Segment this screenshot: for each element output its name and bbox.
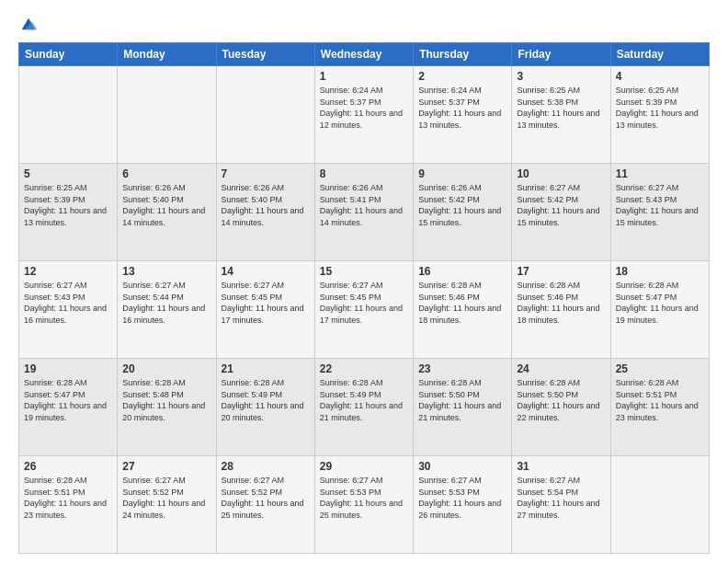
day-number: 6 (122, 167, 210, 180)
calendar-cell: 16Sunrise: 6:28 AMSunset: 5:46 PMDayligh… (414, 261, 512, 359)
day-info: Sunrise: 6:27 AMSunset: 5:43 PMDaylight:… (616, 182, 704, 228)
calendar-week-row: 12Sunrise: 6:27 AMSunset: 5:43 PMDayligh… (19, 261, 710, 359)
day-number: 10 (517, 167, 605, 180)
calendar-table: SundayMondayTuesdayWednesdayThursdayFrid… (18, 42, 710, 554)
day-number: 16 (418, 265, 506, 278)
calendar-cell: 30Sunrise: 6:27 AMSunset: 5:53 PMDayligh… (414, 456, 512, 554)
day-number: 15 (320, 265, 408, 278)
day-number: 24 (517, 362, 605, 375)
day-number: 1 (320, 70, 408, 83)
weekday-header-wednesday: Wednesday (314, 43, 413, 66)
day-number: 19 (24, 362, 112, 375)
day-number: 8 (320, 167, 408, 180)
day-info: Sunrise: 6:25 AMSunset: 5:38 PMDaylight:… (517, 85, 605, 131)
day-info: Sunrise: 6:26 AMSunset: 5:40 PMDaylight:… (222, 182, 310, 228)
day-number: 27 (122, 460, 210, 473)
day-info: Sunrise: 6:27 AMSunset: 5:53 PMDaylight:… (320, 475, 408, 521)
calendar-cell: 12Sunrise: 6:27 AMSunset: 5:43 PMDayligh… (19, 261, 118, 359)
calendar-cell (19, 66, 118, 164)
day-number: 3 (517, 70, 605, 83)
day-number: 26 (24, 460, 112, 473)
day-number: 7 (222, 167, 310, 180)
day-info: Sunrise: 6:28 AMSunset: 5:47 PMDaylight:… (616, 280, 704, 326)
day-number: 4 (616, 70, 704, 83)
page: SundayMondayTuesdayWednesdayThursdayFrid… (0, 0, 728, 563)
calendar-week-row: 26Sunrise: 6:28 AMSunset: 5:51 PMDayligh… (19, 456, 710, 554)
calendar-cell: 20Sunrise: 6:28 AMSunset: 5:48 PMDayligh… (118, 359, 216, 456)
day-number: 13 (122, 265, 210, 278)
weekday-header-saturday: Saturday (610, 43, 709, 66)
day-number: 11 (616, 167, 704, 180)
calendar-cell: 31Sunrise: 6:27 AMSunset: 5:54 PMDayligh… (512, 456, 610, 554)
calendar-cell: 18Sunrise: 6:28 AMSunset: 5:47 PMDayligh… (610, 261, 709, 359)
calendar-cell: 17Sunrise: 6:28 AMSunset: 5:46 PMDayligh… (512, 261, 610, 359)
day-info: Sunrise: 6:27 AMSunset: 5:53 PMDaylight:… (418, 475, 506, 521)
calendar-cell: 15Sunrise: 6:27 AMSunset: 5:45 PMDayligh… (314, 261, 413, 359)
day-number: 31 (517, 460, 605, 473)
day-info: Sunrise: 6:28 AMSunset: 5:48 PMDaylight:… (122, 377, 210, 423)
header (18, 15, 710, 35)
day-number: 21 (222, 362, 310, 375)
calendar-cell: 6Sunrise: 6:26 AMSunset: 5:40 PMDaylight… (118, 164, 216, 261)
day-info: Sunrise: 6:26 AMSunset: 5:41 PMDaylight:… (320, 182, 408, 228)
day-info: Sunrise: 6:27 AMSunset: 5:52 PMDaylight:… (222, 475, 310, 521)
day-info: Sunrise: 6:28 AMSunset: 5:49 PMDaylight:… (222, 377, 310, 423)
day-info: Sunrise: 6:27 AMSunset: 5:54 PMDaylight:… (517, 475, 605, 521)
calendar-cell: 9Sunrise: 6:26 AMSunset: 5:42 PMDaylight… (414, 164, 512, 261)
day-info: Sunrise: 6:28 AMSunset: 5:47 PMDaylight:… (24, 377, 112, 423)
day-number: 9 (418, 167, 506, 180)
day-info: Sunrise: 6:28 AMSunset: 5:46 PMDaylight:… (517, 280, 605, 326)
calendar-week-row: 5Sunrise: 6:25 AMSunset: 5:39 PMDaylight… (19, 164, 710, 261)
logo (18, 15, 42, 35)
day-number: 5 (24, 167, 112, 180)
calendar-cell: 10Sunrise: 6:27 AMSunset: 5:42 PMDayligh… (512, 164, 610, 261)
calendar-cell: 23Sunrise: 6:28 AMSunset: 5:50 PMDayligh… (414, 359, 512, 456)
day-info: Sunrise: 6:25 AMSunset: 5:39 PMDaylight:… (616, 85, 704, 131)
calendar-cell: 29Sunrise: 6:27 AMSunset: 5:53 PMDayligh… (314, 456, 413, 554)
day-number: 14 (222, 265, 310, 278)
calendar-cell: 3Sunrise: 6:25 AMSunset: 5:38 PMDaylight… (512, 66, 610, 164)
calendar-cell: 21Sunrise: 6:28 AMSunset: 5:49 PMDayligh… (216, 359, 314, 456)
day-number: 29 (320, 460, 408, 473)
calendar-cell: 2Sunrise: 6:24 AMSunset: 5:37 PMDaylight… (414, 66, 512, 164)
day-number: 30 (418, 460, 506, 473)
day-number: 2 (418, 70, 506, 83)
day-info: Sunrise: 6:27 AMSunset: 5:43 PMDaylight:… (24, 280, 112, 326)
day-info: Sunrise: 6:27 AMSunset: 5:42 PMDaylight:… (517, 182, 605, 228)
day-number: 12 (24, 265, 112, 278)
day-info: Sunrise: 6:27 AMSunset: 5:44 PMDaylight:… (122, 280, 210, 326)
day-info: Sunrise: 6:28 AMSunset: 5:51 PMDaylight:… (616, 377, 704, 423)
day-info: Sunrise: 6:25 AMSunset: 5:39 PMDaylight:… (24, 182, 112, 228)
day-info: Sunrise: 6:28 AMSunset: 5:50 PMDaylight:… (517, 377, 605, 423)
calendar-week-row: 1Sunrise: 6:24 AMSunset: 5:37 PMDaylight… (19, 66, 710, 164)
weekday-header-row: SundayMondayTuesdayWednesdayThursdayFrid… (19, 43, 710, 66)
calendar-cell: 1Sunrise: 6:24 AMSunset: 5:37 PMDaylight… (314, 66, 413, 164)
day-info: Sunrise: 6:26 AMSunset: 5:40 PMDaylight:… (122, 182, 210, 228)
logo-icon (18, 15, 39, 35)
calendar-cell: 4Sunrise: 6:25 AMSunset: 5:39 PMDaylight… (610, 66, 709, 164)
calendar-cell: 8Sunrise: 6:26 AMSunset: 5:41 PMDaylight… (314, 164, 413, 261)
weekday-header-monday: Monday (118, 43, 216, 66)
day-info: Sunrise: 6:27 AMSunset: 5:45 PMDaylight:… (320, 280, 408, 326)
day-number: 22 (320, 362, 408, 375)
day-info: Sunrise: 6:28 AMSunset: 5:50 PMDaylight:… (418, 377, 506, 423)
day-info: Sunrise: 6:24 AMSunset: 5:37 PMDaylight:… (320, 85, 408, 131)
weekday-header-sunday: Sunday (19, 43, 118, 66)
calendar-cell: 5Sunrise: 6:25 AMSunset: 5:39 PMDaylight… (19, 164, 118, 261)
day-info: Sunrise: 6:24 AMSunset: 5:37 PMDaylight:… (418, 85, 506, 131)
calendar-cell: 11Sunrise: 6:27 AMSunset: 5:43 PMDayligh… (610, 164, 709, 261)
day-info: Sunrise: 6:28 AMSunset: 5:49 PMDaylight:… (320, 377, 408, 423)
calendar-cell (610, 456, 709, 554)
day-info: Sunrise: 6:26 AMSunset: 5:42 PMDaylight:… (418, 182, 506, 228)
day-number: 18 (616, 265, 704, 278)
calendar-week-row: 19Sunrise: 6:28 AMSunset: 5:47 PMDayligh… (19, 359, 710, 456)
calendar-cell: 19Sunrise: 6:28 AMSunset: 5:47 PMDayligh… (19, 359, 118, 456)
day-info: Sunrise: 6:27 AMSunset: 5:52 PMDaylight:… (122, 475, 210, 521)
calendar-cell: 14Sunrise: 6:27 AMSunset: 5:45 PMDayligh… (216, 261, 314, 359)
day-info: Sunrise: 6:28 AMSunset: 5:46 PMDaylight:… (418, 280, 506, 326)
calendar-cell: 7Sunrise: 6:26 AMSunset: 5:40 PMDaylight… (216, 164, 314, 261)
day-number: 23 (418, 362, 506, 375)
day-number: 17 (517, 265, 605, 278)
calendar-cell: 27Sunrise: 6:27 AMSunset: 5:52 PMDayligh… (118, 456, 216, 554)
calendar-cell: 13Sunrise: 6:27 AMSunset: 5:44 PMDayligh… (118, 261, 216, 359)
